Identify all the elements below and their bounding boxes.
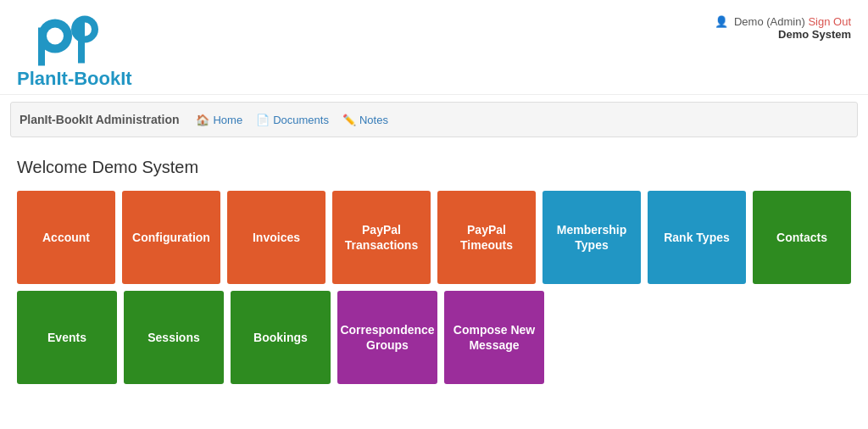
tile-rank-types[interactable]: Rank Types	[648, 191, 746, 284]
tiles-row-1: Account Configuration Invoices PayPal Tr…	[17, 191, 851, 284]
nav-notes[interactable]: ✏️ Notes	[342, 114, 388, 126]
header: PlanIt-BookIt 👤 Demo (Admin) Sign Out De…	[0, 0, 868, 95]
tile-invoices[interactable]: Invoices	[227, 191, 326, 284]
tile-paypal-timeouts[interactable]: PayPal Timeouts	[437, 191, 536, 284]
svg-point-1	[47, 28, 64, 45]
tile-contacts[interactable]: Contacts	[753, 191, 851, 284]
nav-brand: PlanIt-BookIt Administration	[19, 113, 179, 126]
tile-sessions[interactable]: Sessions	[124, 291, 224, 384]
tile-events[interactable]: Events	[17, 291, 117, 384]
logo-text: PlanIt-BookIt	[17, 68, 132, 90]
nav-documents[interactable]: 📄 Documents	[256, 114, 329, 126]
tiles-grid: Account Configuration Invoices PayPal Tr…	[17, 191, 851, 384]
logo-area: PlanIt-BookIt	[17, 8, 132, 90]
user-icon: 👤	[715, 15, 728, 28]
navbar: PlanIt-BookIt Administration 🏠 Home 📄 Do…	[10, 102, 858, 137]
tile-compose-new-message[interactable]: Compose New Message	[444, 291, 544, 384]
svg-rect-4	[38, 28, 45, 66]
tile-bookings[interactable]: Bookings	[231, 291, 331, 384]
tile-correspondence-groups[interactable]: Correspondence Groups	[337, 291, 437, 384]
notes-icon: ✏️	[342, 114, 356, 126]
user-name: Demo (Admin)	[734, 15, 805, 28]
tile-account[interactable]: Account	[17, 191, 115, 284]
system-name: Demo System	[715, 28, 851, 41]
home-icon: 🏠	[196, 114, 209, 126]
user-area: 👤 Demo (Admin) Sign Out Demo System	[715, 8, 851, 41]
tile-membership-types[interactable]: Membership Types	[542, 191, 641, 284]
tile-configuration[interactable]: Configuration	[122, 191, 220, 284]
svg-rect-5	[78, 21, 85, 64]
sign-out-link[interactable]: Sign Out	[808, 15, 851, 28]
page-content: Welcome Demo System Account Configuratio…	[0, 144, 868, 398]
page-title: Welcome Demo System	[17, 158, 851, 177]
tiles-row-2: Events Sessions Bookings Correspondence …	[17, 291, 851, 384]
document-icon: 📄	[256, 114, 270, 126]
nav-home[interactable]: 🏠 Home	[196, 114, 242, 126]
logo-svg	[17, 8, 127, 76]
tile-paypal-transactions[interactable]: PayPal Transactions	[332, 191, 431, 284]
user-line: 👤 Demo (Admin) Sign Out	[715, 15, 851, 28]
